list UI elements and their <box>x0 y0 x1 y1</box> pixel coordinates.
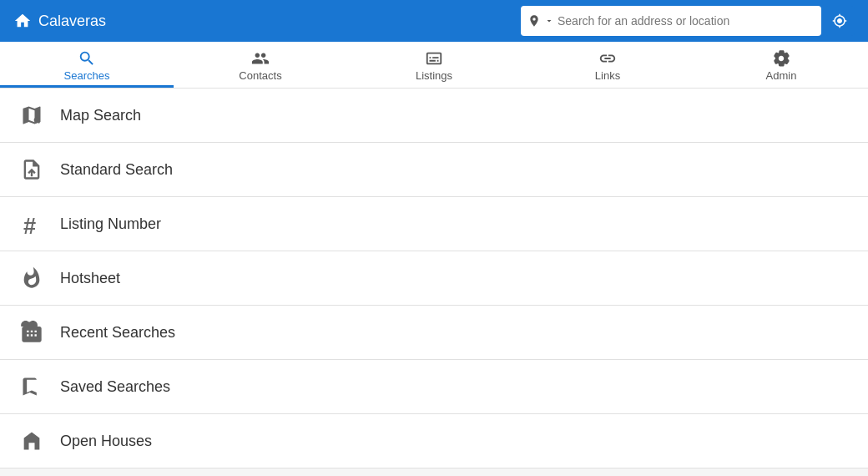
standard-search-icon <box>20 158 43 181</box>
standard-search-label: Standard Search <box>60 161 173 179</box>
location-pin-icon <box>527 14 541 28</box>
logo-text: Calaveras <box>38 13 106 30</box>
tab-links[interactable]: Links <box>521 42 694 88</box>
menu-item-hotsheet[interactable]: Hotsheet <box>0 251 868 306</box>
listings-icon <box>425 49 443 68</box>
map-search-label: Map Search <box>60 107 141 124</box>
links-icon <box>598 49 617 68</box>
admin-icon <box>772 49 790 68</box>
tab-searches[interactable]: Searches <box>0 42 174 88</box>
saved-searches-label: Saved Searches <box>60 378 170 396</box>
header: Calaveras <box>0 0 868 42</box>
listing-number-icon: # <box>20 212 43 235</box>
open-houses-label: Open Houses <box>60 433 152 450</box>
tab-listings[interactable]: Listings <box>347 42 521 88</box>
nav-tabs: Searches Contacts Listings Links Admin <box>0 42 868 89</box>
tab-admin-label: Admin <box>766 69 797 82</box>
home-icon <box>13 12 32 30</box>
dropdown-arrow-icon <box>544 16 554 26</box>
search-input[interactable] <box>558 14 815 28</box>
saved-searches-icon <box>20 375 43 398</box>
menu-item-map-search[interactable]: Map Search <box>0 89 868 143</box>
tab-contacts[interactable]: Contacts <box>174 42 347 88</box>
address-search-bar[interactable] <box>521 6 821 36</box>
hotsheet-label: Hotsheet <box>60 270 120 287</box>
open-houses-icon <box>20 429 43 453</box>
contacts-icon <box>251 49 270 68</box>
hotsheet-icon <box>20 266 43 290</box>
logo: Calaveras <box>13 12 106 30</box>
svg-text:#: # <box>23 213 36 235</box>
tab-admin[interactable]: Admin <box>694 42 868 88</box>
crosshair-icon <box>832 13 847 28</box>
menu-item-standard-search[interactable]: Standard Search <box>0 143 868 197</box>
menu-item-recent-searches[interactable]: Recent Searches <box>0 306 868 360</box>
tab-contacts-label: Contacts <box>239 69 281 82</box>
menu-item-saved-searches[interactable]: Saved Searches <box>0 360 868 414</box>
locate-me-button[interactable] <box>825 6 855 36</box>
tab-links-label: Links <box>595 69 620 82</box>
menu-item-listing-number[interactable]: # Listing Number <box>0 197 868 251</box>
listing-number-label: Listing Number <box>60 215 161 233</box>
recent-searches-icon <box>20 321 43 344</box>
tab-listings-label: Listings <box>416 69 452 82</box>
recent-searches-label: Recent Searches <box>60 324 175 342</box>
tab-searches-label: Searches <box>64 69 110 82</box>
map-search-icon <box>20 104 43 127</box>
searches-icon <box>78 49 96 68</box>
menu-item-open-houses[interactable]: Open Houses <box>0 414 868 468</box>
searches-menu: Map Search Standard Search # Listing Num… <box>0 89 868 468</box>
